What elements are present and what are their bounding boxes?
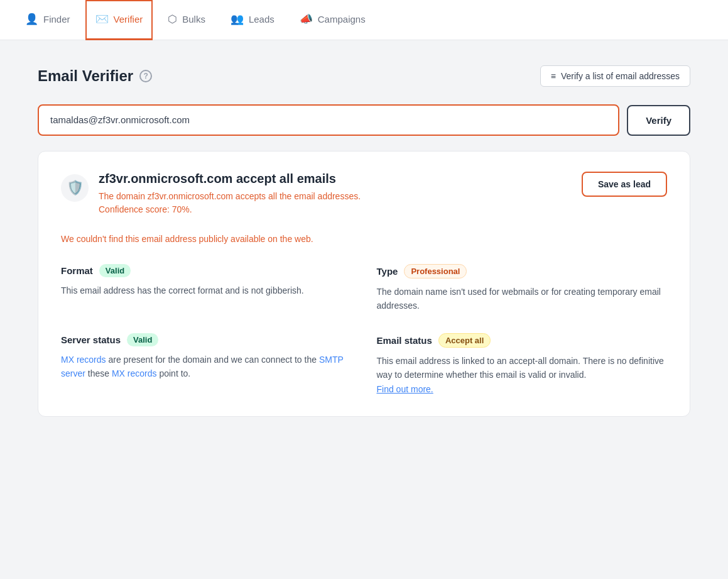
format-section: Format Valid This email address has the … <box>61 264 352 313</box>
domain-text: zf3vr.onmicrosoft.com accept all emails … <box>99 172 361 216</box>
server-status-desc: MX records are present for the domain an… <box>61 353 352 381</box>
nav-item-leads[interactable]: 👥 Leads <box>220 0 285 40</box>
details-grid: Format Valid This email address has the … <box>61 264 667 396</box>
format-label: Format <box>61 265 93 276</box>
result-card: 🛡️ zf3vr.onmicrosoft.com accept all emai… <box>38 151 690 417</box>
email-input-wrapper <box>38 104 619 136</box>
nav-item-verifier[interactable]: ✉️ Verifier <box>85 0 153 40</box>
main-content: Email Verifier ? ≡ Verify a list of emai… <box>0 40 728 442</box>
domain-title: zf3vr.onmicrosoft.com accept all emails <box>99 172 361 186</box>
nav-label-leads: Leads <box>249 14 274 25</box>
type-label: Type <box>377 266 398 277</box>
list-icon: ≡ <box>551 71 556 81</box>
leads-icon: 👥 <box>231 13 244 26</box>
nav-item-campaigns[interactable]: 📣 Campaigns <box>290 0 376 40</box>
server-status-badge: Valid <box>127 333 158 346</box>
shield-icon: 🛡️ <box>61 174 89 202</box>
nav-item-bulks[interactable]: ⬡ Bulks <box>158 0 215 40</box>
page-title: Email Verifier <box>38 67 133 85</box>
format-desc: This email address has the correct forma… <box>61 284 352 297</box>
not-found-message: We couldn't find this email address publ… <box>61 229 667 244</box>
find-out-more-link[interactable]: Find out more. <box>377 384 433 394</box>
nav-item-finder[interactable]: 👤 Finder <box>15 0 80 40</box>
verify-list-label: Verify a list of email addresses <box>561 71 680 81</box>
type-section: Type Professional The domain name isn't … <box>377 264 668 313</box>
verify-button[interactable]: Verify <box>627 105 690 136</box>
navbar: 👤 Finder ✉️ Verifier ⬡ Bulks 👥 Leads 📣 C… <box>0 0 728 40</box>
domain-desc-line1: The domain zf3vr.onmicrosoft.com accepts… <box>99 190 361 216</box>
email-status-section: Email status Accept all This email addre… <box>377 333 668 396</box>
format-badge: Valid <box>99 264 131 277</box>
mx-link[interactable]: MX records <box>61 355 106 365</box>
help-icon[interactable]: ? <box>139 70 152 82</box>
email-input[interactable] <box>50 114 607 125</box>
nav-label-verifier: Verifier <box>114 14 143 25</box>
email-status-badge: Accept all <box>438 333 491 348</box>
nav-label-bulks: Bulks <box>182 14 205 25</box>
domain-info: 🛡️ zf3vr.onmicrosoft.com accept all emai… <box>61 172 361 216</box>
type-desc: The domain name isn't used for webmails … <box>377 285 668 313</box>
format-header: Format Valid <box>61 264 352 277</box>
campaigns-icon: 📣 <box>300 13 313 26</box>
email-status-label: Email status <box>377 335 432 346</box>
email-status-header: Email status Accept all <box>377 333 668 348</box>
server-status-header: Server status Valid <box>61 333 352 346</box>
mx-records-link[interactable]: MX records <box>112 368 157 378</box>
nav-label-campaigns: Campaigns <box>318 14 366 25</box>
verifier-icon: ✉️ <box>95 13 109 26</box>
nav-label-finder: Finder <box>43 14 70 25</box>
server-status-section: Server status Valid MX records are prese… <box>61 333 352 396</box>
email-status-desc: This email address is linked to an accep… <box>377 354 668 396</box>
page-title-area: Email Verifier ? <box>38 67 152 85</box>
page-header: Email Verifier ? ≡ Verify a list of emai… <box>38 65 690 87</box>
server-status-label: Server status <box>61 334 121 345</box>
domain-header: 🛡️ zf3vr.onmicrosoft.com accept all emai… <box>61 172 667 216</box>
type-header: Type Professional <box>377 264 668 278</box>
finder-icon: 👤 <box>25 13 38 26</box>
type-badge: Professional <box>404 264 467 278</box>
verify-list-button[interactable]: ≡ Verify a list of email addresses <box>540 65 690 87</box>
email-input-row: Verify <box>38 104 690 136</box>
bulks-icon: ⬡ <box>168 13 177 26</box>
save-lead-button[interactable]: Save as lead <box>582 172 667 197</box>
